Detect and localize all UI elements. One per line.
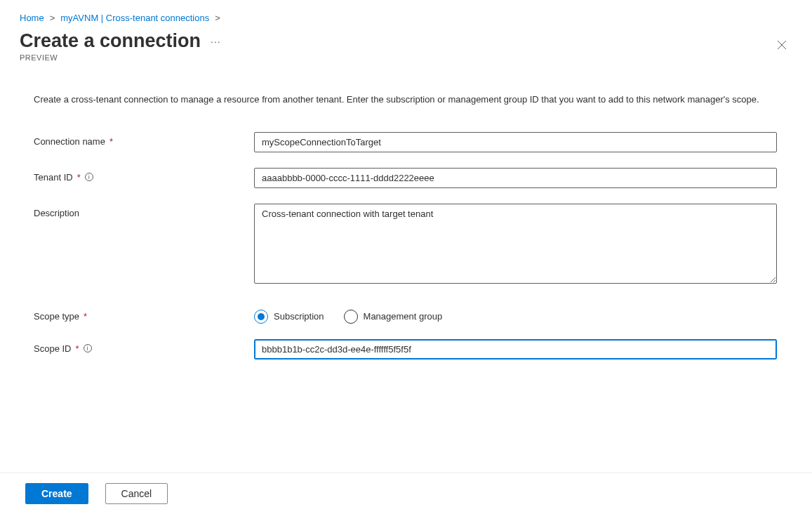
connection-name-input[interactable]: [254, 132, 777, 152]
connection-name-row: Connection name *: [34, 132, 778, 152]
chevron-right-icon: >: [215, 13, 220, 23]
more-icon[interactable]: ···: [211, 36, 221, 47]
required-indicator: *: [84, 311, 87, 322]
breadcrumb: Home > myAVNM | Cross-tenant connections…: [0, 0, 812, 30]
scope-type-row: Scope type * Subscription Management gro…: [34, 307, 778, 324]
scope-id-input[interactable]: [254, 339, 777, 360]
scope-id-row: Scope ID * i: [34, 339, 778, 360]
page-title: Create a connection: [20, 30, 201, 52]
preview-badge: PREVIEW: [20, 53, 221, 62]
close-icon[interactable]: [771, 34, 792, 58]
chevron-right-icon: >: [50, 13, 55, 23]
breadcrumb-parent[interactable]: myAVNM | Cross-tenant connections: [60, 13, 209, 23]
scope-type-label: Scope type *: [34, 307, 254, 322]
description-label: Description: [34, 204, 254, 218]
create-button[interactable]: Create: [25, 483, 88, 504]
tenant-id-row: Tenant ID * i: [34, 168, 778, 188]
radio-management-group[interactable]: Management group: [344, 310, 443, 324]
radio-management-group-label: Management group: [364, 311, 443, 322]
cancel-button[interactable]: Cancel: [105, 483, 168, 504]
form-content: Create a cross-tenant connection to mana…: [0, 66, 812, 389]
radio-subscription[interactable]: Subscription: [254, 310, 324, 324]
tenant-id-label: Tenant ID * i: [34, 168, 254, 183]
description-row: Description Cross-tenant connection with…: [34, 204, 778, 286]
footer-actions: Create Cancel: [0, 473, 812, 521]
radio-subscription-label: Subscription: [274, 311, 324, 322]
info-icon[interactable]: i: [84, 344, 92, 352]
description-input[interactable]: Cross-tenant connection with target tena…: [254, 204, 777, 284]
required-indicator: *: [77, 172, 81, 183]
required-indicator: *: [75, 343, 79, 354]
connection-name-label: Connection name *: [34, 132, 254, 147]
required-indicator: *: [109, 136, 113, 147]
breadcrumb-home[interactable]: Home: [20, 13, 44, 23]
page-header: Create a connection ··· PREVIEW: [0, 30, 812, 66]
intro-text: Create a cross-tenant connection to mana…: [34, 93, 771, 107]
scope-type-radio-group: Subscription Management group: [254, 307, 777, 324]
tenant-id-input[interactable]: [254, 168, 777, 188]
scope-id-label: Scope ID * i: [34, 339, 254, 354]
radio-circle-selected-icon: [254, 310, 268, 324]
info-icon[interactable]: i: [85, 173, 93, 181]
radio-circle-icon: [344, 310, 358, 324]
